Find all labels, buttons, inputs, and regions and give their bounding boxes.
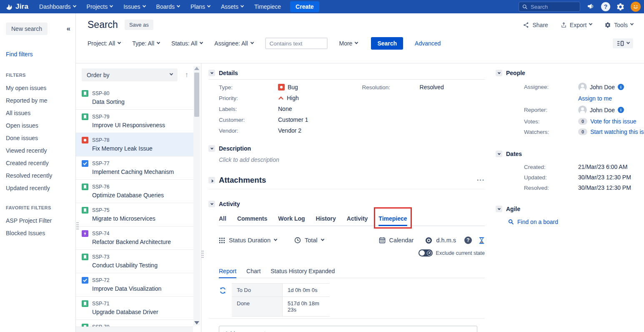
issue-detail-panel: Details Type: Bug Priority: — [201, 63, 644, 332]
nav-plans[interactable]: Plans — [190, 3, 210, 10]
assignee-filter-dropdown[interactable]: Assignee: All — [214, 40, 253, 47]
add-comment-input[interactable] — [219, 326, 477, 332]
info-icon[interactable]: i — [618, 107, 624, 113]
bug-icon — [278, 84, 285, 91]
nav-boards[interactable]: Boards — [156, 3, 180, 10]
tab-chart[interactable]: Chart — [246, 267, 261, 278]
chevron-down-icon — [169, 72, 173, 75]
export-button[interactable]: Export — [561, 22, 592, 28]
collapse-description-icon[interactable] — [208, 145, 215, 152]
sidebar-item-done-issues[interactable]: Done issues — [6, 132, 70, 144]
sort-ascending-icon[interactable]: ↑ — [185, 71, 189, 79]
tools-button[interactable]: Tools — [604, 22, 633, 28]
tab-timepiece[interactable]: Timepiece — [378, 214, 407, 226]
global-search-input[interactable] — [531, 4, 576, 10]
expand-attachments-icon[interactable] — [208, 177, 215, 184]
profile-button[interactable] — [631, 2, 641, 12]
issue-row-ssp-75[interactable]: SSP-75 Migrate to Microservices — [76, 203, 193, 226]
panel-resize-handle[interactable] — [76, 222, 79, 233]
advanced-search-link[interactable]: Advanced — [415, 40, 441, 47]
issue-row-ssp-73[interactable]: SSP-73 Conduct Usability Testing — [76, 250, 193, 273]
nav-dashboards[interactable]: Dashboards — [39, 3, 76, 10]
save-as-button[interactable]: Save as — [125, 20, 153, 30]
exclude-current-state-toggle[interactable]: ✕ — [418, 249, 433, 257]
contains-text-input[interactable] — [265, 38, 328, 49]
tab-work-log[interactable]: Work Log — [278, 214, 305, 226]
tab-history[interactable]: History — [316, 214, 336, 226]
issue-list-scrollbar[interactable] — [193, 66, 200, 325]
order-by-dropdown[interactable]: Order by — [82, 68, 178, 81]
jira-logo[interactable]: Jira — [5, 3, 28, 11]
tab-all[interactable]: All — [219, 214, 226, 226]
sidebar-item-blocked-issues[interactable]: Blocked Issues — [6, 227, 70, 239]
search-button[interactable]: Search — [371, 37, 403, 50]
tab-activity[interactable]: Activity — [347, 214, 368, 226]
share-button[interactable]: Share — [523, 22, 548, 28]
sidebar-item-all-issues[interactable]: All issues — [6, 107, 70, 119]
assign-to-me-link[interactable]: Assign to me — [578, 95, 644, 102]
timepiece-help-button[interactable]: ? — [464, 236, 472, 244]
dhms-format-button[interactable]: d.h.m.s — [425, 237, 456, 244]
issue-row-ssp-79[interactable]: SSP-79 Improve UI Responsiveness — [76, 110, 193, 133]
help-button[interactable]: ? — [601, 2, 610, 11]
tab-status-history-expanded[interactable]: Status History Expanded — [271, 267, 335, 278]
more-filters-dropdown[interactable]: More — [339, 40, 358, 47]
description-placeholder[interactable]: Click to add description — [208, 155, 485, 164]
issue-row-ssp-71[interactable]: SSP-71 Upgrade Database Driver — [76, 297, 193, 320]
collapse-people-icon[interactable] — [496, 70, 502, 76]
status-filter-dropdown[interactable]: Status: All — [171, 40, 203, 47]
scroll-up-icon[interactable] — [194, 67, 199, 70]
status-duration-dropdown[interactable]: Status Duration — [219, 237, 277, 244]
votes-value: 0 Vote for this issue — [578, 118, 644, 125]
tab-report[interactable]: Report — [219, 267, 236, 278]
sidebar-item-resolved-recently[interactable]: Resolved recently — [6, 169, 70, 182]
detail-resize-handle[interactable] — [201, 250, 204, 261]
collapse-sidebar-icon[interactable]: « — [67, 25, 70, 33]
scrollbar-thumb[interactable] — [194, 73, 199, 117]
sidebar-item-open-issues[interactable]: Open issues — [6, 119, 70, 132]
calendar-button[interactable]: Calendar — [379, 237, 414, 244]
issue-row-ssp-77[interactable]: SSP-77 Implement Caching Mechanism — [76, 156, 193, 180]
sidebar-item-reported-by-me[interactable]: Reported by me — [6, 94, 70, 107]
scroll-down-icon[interactable] — [194, 321, 199, 324]
refresh-icon[interactable] — [219, 287, 227, 294]
nav-projects[interactable]: Projects — [87, 3, 113, 10]
sidebar-item-created-recently[interactable]: Created recently — [6, 157, 70, 169]
nav-assets[interactable]: Assets — [221, 3, 243, 10]
hourglass-button[interactable] — [479, 237, 485, 244]
global-search[interactable] — [519, 2, 580, 12]
attachments-more-button[interactable]: ··· — [477, 176, 485, 184]
sidebar-item-asp-project-filter[interactable]: ASP Project Filter — [6, 214, 70, 227]
sidebar-item-viewed-recently[interactable]: Viewed recently — [6, 144, 70, 157]
tab-comments[interactable]: Comments — [237, 214, 267, 226]
hourglass-icon — [479, 237, 485, 244]
collapse-dates-icon[interactable] — [496, 151, 502, 157]
settings-button[interactable] — [616, 3, 625, 11]
find-filters-link[interactable]: Find filters — [6, 51, 70, 58]
find-on-board-link[interactable]: Find on a board — [517, 219, 558, 225]
sidebar-item-my-open-issues[interactable]: My open issues — [6, 82, 70, 94]
vote-link[interactable]: Vote for this issue — [590, 118, 636, 125]
announcements-button[interactable] — [586, 3, 595, 11]
issue-row-ssp-72[interactable]: SSP-72 Improve Data Visualization — [76, 273, 193, 297]
attachments-heading: Attachments — [219, 176, 266, 185]
info-icon[interactable]: i — [618, 84, 624, 90]
collapse-agile-icon[interactable] — [496, 206, 502, 212]
type-filter-dropdown[interactable]: Type: All — [132, 40, 160, 47]
total-dropdown[interactable]: Total — [294, 237, 324, 244]
start-watching-link[interactable]: Start watching this issue — [590, 128, 644, 135]
issue-row-ssp-80[interactable]: SSP-80 Data Sorting — [76, 86, 193, 110]
collapse-details-icon[interactable] — [208, 70, 215, 76]
issue-row-ssp-78-selected[interactable]: SSP-78 Fix Memory Leak Issue — [76, 133, 193, 156]
issue-row-ssp-74[interactable]: SSP-74 Refactor Backend Architecture — [76, 226, 193, 250]
nav-timepiece[interactable]: Timepiece — [254, 3, 281, 10]
view-switcher-button[interactable] — [613, 38, 633, 48]
activity-heading: Activity — [219, 201, 240, 207]
collapse-activity-icon[interactable] — [208, 201, 215, 207]
nav-issues[interactable]: Issues — [123, 3, 145, 10]
create-button[interactable]: Create — [290, 1, 319, 12]
project-filter-dropdown[interactable]: Project: All — [88, 40, 120, 47]
issue-row-ssp-76[interactable]: SSP-76 Optimize Database Queries — [76, 180, 193, 203]
sidebar-item-updated-recently[interactable]: Updated recently — [6, 182, 70, 194]
new-search-button[interactable]: New search — [6, 23, 48, 35]
